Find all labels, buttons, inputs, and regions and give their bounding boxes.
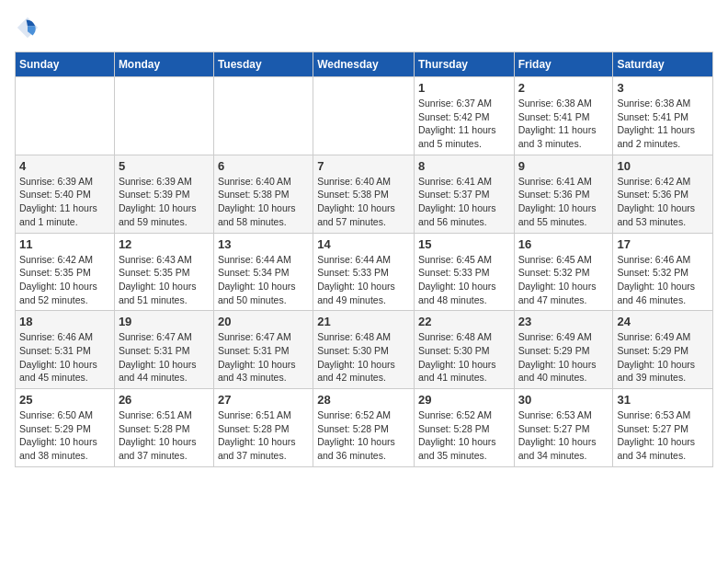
calendar-cell: 24Sunrise: 6:49 AMSunset: 5:29 PMDayligh… xyxy=(613,311,713,389)
calendar-cell: 18Sunrise: 6:46 AMSunset: 5:31 PMDayligh… xyxy=(16,311,115,389)
day-number: 9 xyxy=(518,159,609,173)
day-number: 23 xyxy=(518,315,609,328)
day-info: Sunrise: 6:41 AMSunset: 5:37 PMDaylight:… xyxy=(418,175,510,229)
calendar-cell: 20Sunrise: 6:47 AMSunset: 5:31 PMDayligh… xyxy=(213,311,313,389)
day-info: Sunrise: 6:42 AMSunset: 5:35 PMDaylight:… xyxy=(19,253,110,307)
day-header-monday: Monday xyxy=(114,52,213,77)
day-number: 16 xyxy=(518,237,609,251)
day-number: 28 xyxy=(317,393,410,407)
day-info: Sunrise: 6:48 AMSunset: 5:30 PMDaylight:… xyxy=(317,330,410,385)
header-row: SundayMondayTuesdayWednesdayThursdayFrid… xyxy=(16,52,713,77)
day-info: Sunrise: 6:41 AMSunset: 5:36 PMDaylight:… xyxy=(518,175,609,229)
day-info: Sunrise: 6:47 AMSunset: 5:31 PMDaylight:… xyxy=(119,330,210,385)
calendar-cell xyxy=(213,77,313,155)
calendar-cell: 28Sunrise: 6:52 AMSunset: 5:28 PMDayligh… xyxy=(313,389,415,467)
calendar-cell: 12Sunrise: 6:43 AMSunset: 5:35 PMDayligh… xyxy=(114,233,213,311)
day-info: Sunrise: 6:51 AMSunset: 5:28 PMDaylight:… xyxy=(218,408,309,463)
day-info: Sunrise: 6:50 AMSunset: 5:29 PMDaylight:… xyxy=(19,408,110,463)
calendar-cell xyxy=(16,77,115,155)
calendar-cell: 3Sunrise: 6:38 AMSunset: 5:41 PMDaylight… xyxy=(613,77,713,155)
day-info: Sunrise: 6:40 AMSunset: 5:38 PMDaylight:… xyxy=(317,175,410,229)
calendar-cell: 17Sunrise: 6:46 AMSunset: 5:32 PMDayligh… xyxy=(613,233,713,311)
day-header-sunday: Sunday xyxy=(16,52,115,77)
day-info: Sunrise: 6:45 AMSunset: 5:33 PMDaylight:… xyxy=(418,253,510,307)
day-number: 26 xyxy=(119,393,210,407)
day-number: 19 xyxy=(119,315,210,328)
day-info: Sunrise: 6:38 AMSunset: 5:41 PMDaylight:… xyxy=(617,97,709,151)
day-header-friday: Friday xyxy=(514,52,613,77)
day-header-tuesday: Tuesday xyxy=(213,52,313,77)
day-number: 24 xyxy=(617,315,709,328)
day-number: 10 xyxy=(617,159,709,173)
day-number: 25 xyxy=(19,393,110,407)
day-number: 1 xyxy=(418,81,510,95)
logo xyxy=(15,15,44,40)
day-info: Sunrise: 6:53 AMSunset: 5:27 PMDaylight:… xyxy=(617,408,709,463)
calendar-cell xyxy=(114,77,213,155)
day-number: 5 xyxy=(119,159,210,173)
day-info: Sunrise: 6:44 AMSunset: 5:33 PMDaylight:… xyxy=(317,253,410,307)
calendar-cell: 10Sunrise: 6:42 AMSunset: 5:36 PMDayligh… xyxy=(613,155,713,233)
day-info: Sunrise: 6:43 AMSunset: 5:35 PMDaylight:… xyxy=(119,253,210,307)
day-header-thursday: Thursday xyxy=(414,52,514,77)
day-info: Sunrise: 6:46 AMSunset: 5:31 PMDaylight:… xyxy=(19,330,110,385)
week-row-5: 25Sunrise: 6:50 AMSunset: 5:29 PMDayligh… xyxy=(16,389,713,467)
week-row-2: 4Sunrise: 6:39 AMSunset: 5:40 PMDaylight… xyxy=(16,155,713,233)
day-number: 17 xyxy=(617,237,709,251)
week-row-4: 18Sunrise: 6:46 AMSunset: 5:31 PMDayligh… xyxy=(16,311,713,389)
calendar-cell: 30Sunrise: 6:53 AMSunset: 5:27 PMDayligh… xyxy=(514,389,613,467)
calendar-cell: 11Sunrise: 6:42 AMSunset: 5:35 PMDayligh… xyxy=(16,233,115,311)
calendar-cell: 5Sunrise: 6:39 AMSunset: 5:39 PMDaylight… xyxy=(114,155,213,233)
day-number: 2 xyxy=(518,81,609,95)
day-header-wednesday: Wednesday xyxy=(313,52,415,77)
day-info: Sunrise: 6:47 AMSunset: 5:31 PMDaylight:… xyxy=(218,330,309,385)
calendar-cell: 7Sunrise: 6:40 AMSunset: 5:38 PMDaylight… xyxy=(313,155,415,233)
day-number: 20 xyxy=(218,315,309,328)
calendar-cell: 9Sunrise: 6:41 AMSunset: 5:36 PMDaylight… xyxy=(514,155,613,233)
day-number: 13 xyxy=(218,237,309,251)
calendar-cell: 16Sunrise: 6:45 AMSunset: 5:32 PMDayligh… xyxy=(514,233,613,311)
calendar-cell: 6Sunrise: 6:40 AMSunset: 5:38 PMDaylight… xyxy=(213,155,313,233)
day-info: Sunrise: 6:37 AMSunset: 5:42 PMDaylight:… xyxy=(418,97,510,151)
calendar-cell: 8Sunrise: 6:41 AMSunset: 5:37 PMDaylight… xyxy=(414,155,514,233)
day-number: 22 xyxy=(418,315,510,328)
day-number: 15 xyxy=(418,237,510,251)
calendar-cell: 15Sunrise: 6:45 AMSunset: 5:33 PMDayligh… xyxy=(414,233,514,311)
day-number: 30 xyxy=(518,393,609,407)
day-info: Sunrise: 6:49 AMSunset: 5:29 PMDaylight:… xyxy=(617,330,709,385)
week-row-3: 11Sunrise: 6:42 AMSunset: 5:35 PMDayligh… xyxy=(16,233,713,311)
day-number: 21 xyxy=(317,315,410,328)
calendar-cell: 23Sunrise: 6:49 AMSunset: 5:29 PMDayligh… xyxy=(514,311,613,389)
logo-icon xyxy=(15,15,40,40)
calendar-cell: 19Sunrise: 6:47 AMSunset: 5:31 PMDayligh… xyxy=(114,311,213,389)
day-number: 14 xyxy=(317,237,410,251)
day-info: Sunrise: 6:51 AMSunset: 5:28 PMDaylight:… xyxy=(119,408,210,463)
calendar-table: SundayMondayTuesdayWednesdayThursdayFrid… xyxy=(15,52,713,467)
calendar-cell: 31Sunrise: 6:53 AMSunset: 5:27 PMDayligh… xyxy=(613,389,713,467)
calendar-cell: 26Sunrise: 6:51 AMSunset: 5:28 PMDayligh… xyxy=(114,389,213,467)
calendar-cell: 2Sunrise: 6:38 AMSunset: 5:41 PMDaylight… xyxy=(514,77,613,155)
day-number: 4 xyxy=(19,159,110,173)
calendar-cell: 25Sunrise: 6:50 AMSunset: 5:29 PMDayligh… xyxy=(16,389,115,467)
day-number: 12 xyxy=(119,237,210,251)
day-info: Sunrise: 6:52 AMSunset: 5:28 PMDaylight:… xyxy=(317,408,410,463)
calendar-cell: 22Sunrise: 6:48 AMSunset: 5:30 PMDayligh… xyxy=(414,311,514,389)
day-info: Sunrise: 6:53 AMSunset: 5:27 PMDaylight:… xyxy=(518,408,609,463)
day-info: Sunrise: 6:40 AMSunset: 5:38 PMDaylight:… xyxy=(218,175,309,229)
day-info: Sunrise: 6:44 AMSunset: 5:34 PMDaylight:… xyxy=(218,253,309,307)
calendar-cell: 27Sunrise: 6:51 AMSunset: 5:28 PMDayligh… xyxy=(213,389,313,467)
calendar-cell xyxy=(313,77,415,155)
day-info: Sunrise: 6:52 AMSunset: 5:28 PMDaylight:… xyxy=(418,408,510,463)
calendar-cell: 29Sunrise: 6:52 AMSunset: 5:28 PMDayligh… xyxy=(414,389,514,467)
day-info: Sunrise: 6:48 AMSunset: 5:30 PMDaylight:… xyxy=(418,330,510,385)
day-number: 11 xyxy=(19,237,110,251)
day-header-saturday: Saturday xyxy=(613,52,713,77)
day-info: Sunrise: 6:49 AMSunset: 5:29 PMDaylight:… xyxy=(518,330,609,385)
day-number: 3 xyxy=(617,81,709,95)
day-number: 18 xyxy=(19,315,110,328)
day-info: Sunrise: 6:45 AMSunset: 5:32 PMDaylight:… xyxy=(518,253,609,307)
day-number: 27 xyxy=(218,393,309,407)
calendar-cell: 21Sunrise: 6:48 AMSunset: 5:30 PMDayligh… xyxy=(313,311,415,389)
page-header xyxy=(15,15,713,40)
calendar-cell: 4Sunrise: 6:39 AMSunset: 5:40 PMDaylight… xyxy=(16,155,115,233)
